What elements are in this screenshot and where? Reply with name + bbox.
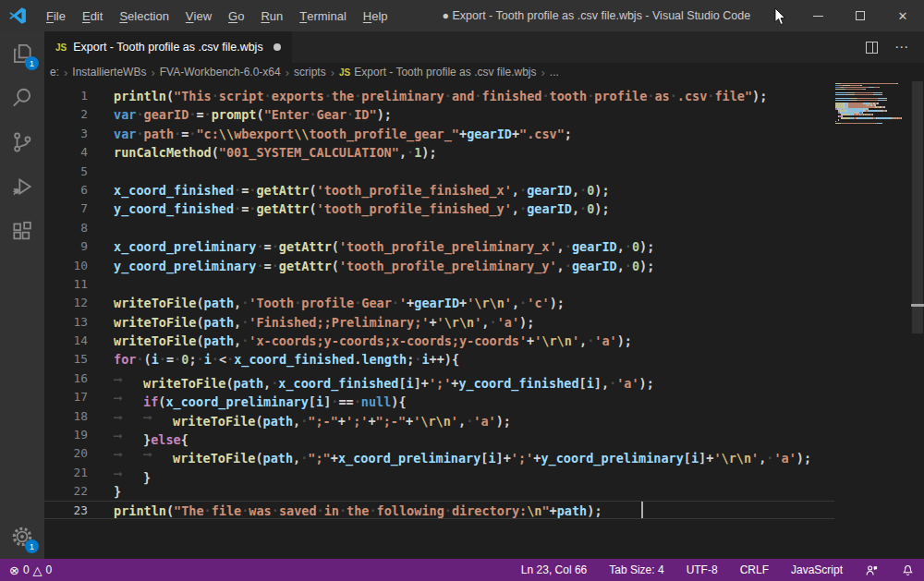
code-line[interactable]: 5 [44,162,834,180]
menu-help[interactable]: Help [355,0,396,31]
breadcrumb-segment[interactable]: scripts [294,66,326,79]
code-line[interactable]: 14writeToFile(path,·'x-coords;y-coords;x… [44,331,834,349]
code-line[interactable]: 6x_coord_finished·=·getAttr('tooth_profi… [44,180,834,199]
code-text: writeToFile(path,·'Tooth·profile·Gear·'+… [88,294,565,310]
indent-indicator[interactable]: Tab Size: 4 [609,563,663,576]
debug-icon [10,175,34,199]
code-line[interactable]: 4runCalcMethod("001_SYSTEM_CALCULATION",… [44,142,834,161]
feedback-button[interactable] [865,563,879,577]
code-line[interactable]: 1println("This·script·exports·the·prelim… [44,86,834,104]
menu-file[interactable]: File [38,0,74,31]
code-text: x_coord_finished·=·getAttr('tooth_profil… [88,181,610,198]
menu-selection[interactable]: Selection [111,0,176,31]
tab-export-tooth-profile[interactable]: JS Export - Tooth profile as .csv file.w… [44,31,292,63]
line-number[interactable]: 11 [44,275,88,292]
line-number[interactable]: 18 [44,407,88,424]
code-text: var·path·=·"c:\\wbexport\\tooth_profile_… [88,125,572,141]
line-number[interactable]: 12 [44,294,88,310]
menu-go[interactable]: Go [220,0,252,31]
line-number[interactable]: 9 [44,237,88,254]
eol-indicator[interactable]: CRLF [740,563,769,576]
line-number[interactable]: 2 [44,105,88,122]
problems-indicator[interactable]: ⊗ 0 △︎ 0 [9,563,52,577]
code-area[interactable]: 1println("This·script·exports·the·prelim… [44,86,834,519]
breadcrumb-segment[interactable]: e: [50,66,59,79]
code-text: writeToFile(path,·'Finished;;Preliminary… [88,313,534,330]
breadcrumb-segment[interactable]: ... [550,66,559,79]
code-line[interactable]: 13writeToFile(path,·'Finished;;Prelimina… [44,312,834,331]
vertical-scrollbar[interactable] [911,81,924,559]
line-number[interactable]: 14 [44,332,88,348]
line-col-indicator[interactable]: Ln 23, Col 66 [521,563,587,576]
source-control-button[interactable] [0,120,44,164]
code-line[interactable]: 3var·path·=·"c:\\wbexport\\tooth_profile… [44,124,834,142]
code-line[interactable]: 11 [44,274,834,293]
line-number[interactable]: 15 [44,350,88,367]
code-line[interactable]: 7y_coord_finished·=·getAttr('tooth_profi… [44,199,834,217]
breadcrumb-segment[interactable]: JSExport - Tooth profile as .csv file.wb… [339,66,536,79]
line-number[interactable]: 1 [44,87,88,103]
code-line[interactable]: 22} [44,481,834,500]
code-text: ⟶}else{ [88,426,188,442]
tab-label: Export - Tooth profile as .csv file.wbjs [73,41,262,54]
window-title: ● Export - Tooth profile as .csv file.wb… [396,9,796,22]
close-button[interactable]: ✕ [881,0,924,31]
search-button[interactable] [0,76,44,120]
line-number[interactable]: 21 [44,464,88,480]
line-number[interactable]: 10 [44,257,88,273]
line-number[interactable]: 22 [44,482,88,499]
code-line[interactable]: 12writeToFile(path,·'Tooth·profile·Gear·… [44,293,834,311]
minimize-button[interactable] [796,0,839,31]
modified-dot-icon[interactable] [274,43,281,51]
line-number[interactable]: 3 [44,125,88,141]
scrollbar-slider[interactable] [912,81,923,333]
notifications-button[interactable] [901,563,915,577]
breadcrumb-segment[interactable]: FVA-Workbench-6.0-x64 [160,66,281,79]
more-actions-icon[interactable]: ⋯ [894,43,909,51]
line-number[interactable]: 7 [44,200,88,216]
text-cursor [641,502,643,518]
line-number[interactable]: 19 [44,426,88,442]
code-line[interactable]: 20⟶⟶writeToFile(path,·";"+x_coord_prelim… [44,443,834,462]
menu-run[interactable]: Run [252,0,291,31]
code-line[interactable]: 2var·gearID·=·prompt("Enter·Gear·ID"); [44,104,834,123]
code-text: y_coord_preliminary·=·getAttr('tooth_pro… [88,257,654,273]
line-number[interactable]: 4 [44,143,88,160]
explorer-button[interactable]: 1 [0,31,44,76]
encoding-indicator[interactable]: UTF-8 [687,563,718,576]
line-number[interactable]: 8 [44,219,88,236]
code-text: ⟶⟶writeToFile(path,·";"+x_coord_prelimin… [88,444,811,461]
menu-terminal[interactable]: Terminal [291,0,355,31]
warning-count: 0 [46,563,53,576]
language-indicator[interactable]: JavaScript [791,563,843,576]
line-number[interactable]: 13 [44,313,88,330]
run-debug-button[interactable] [0,164,44,209]
code-line[interactable]: 18⟶⟶writeToFile(path,·";-"+';'+";-"+'\r\… [44,406,834,425]
close-icon: ✕ [898,9,908,23]
breadcrumb-segment[interactable]: InstallierteWBs [72,66,146,79]
line-number[interactable]: 16 [44,369,88,386]
code-line[interactable]: 10y_coord_preliminary·=·getAttr('tooth_p… [44,256,834,274]
line-number[interactable]: 20 [44,444,88,461]
menu-view[interactable]: View [177,0,220,31]
line-number[interactable]: 17 [44,388,88,405]
code-text: writeToFile(path,·'x-coords;y-coords;x-c… [88,332,632,348]
maximize-icon [856,11,865,20]
maximize-button[interactable] [839,0,881,31]
code-editor[interactable]: 1println("This·script·exports·the·prelim… [44,81,924,559]
warning-icon: △︎ [33,563,43,577]
line-number[interactable]: 5 [44,163,88,179]
line-number[interactable]: 6 [44,181,88,198]
extensions-button[interactable] [0,209,44,253]
manage-button[interactable]: 1 [0,514,44,559]
code-text: runCalcMethod("001_SYSTEM_CALCULATION",·… [88,143,437,160]
split-editor-icon[interactable] [866,42,878,54]
code-line[interactable]: 8 [44,218,834,236]
code-line[interactable]: 15for·(i·=·0;·i·<·x_coord_finished.lengt… [44,349,834,368]
code-line[interactable]: 16⟶writeToFile(path,·x_coord_finished[i]… [44,369,834,387]
code-line[interactable]: 9x_coord_preliminary·=·getAttr('tooth_pr… [44,236,834,255]
minimap[interactable] [835,83,910,125]
code-line[interactable]: 23println("The·file·was·saved·in·the·fol… [44,501,834,519]
line-number[interactable]: 23 [44,502,88,518]
menu-edit[interactable]: Edit [74,0,111,31]
